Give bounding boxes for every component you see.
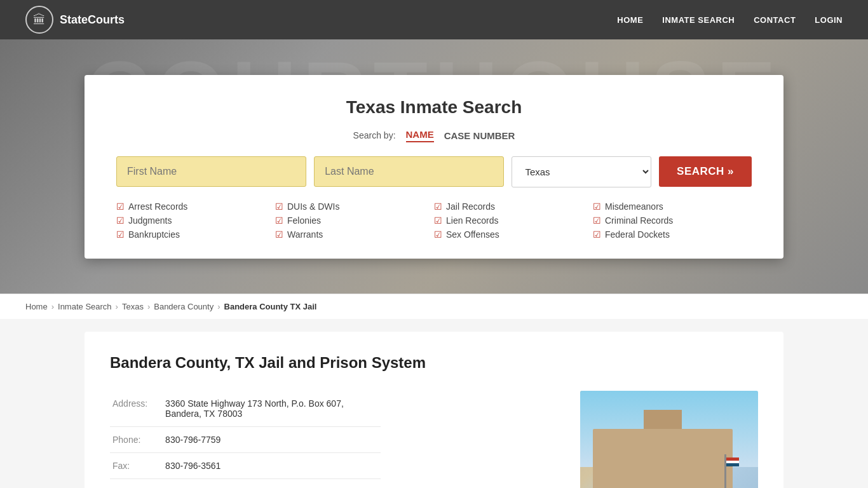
table-row-fax: Fax: 830-796-3561 (110, 453, 381, 479)
logo-icon: 🏛 (25, 6, 53, 34)
feature-label: Lien Records (446, 215, 499, 226)
breadcrumb-separator: › (51, 302, 54, 311)
tab-case[interactable]: CASE NUMBER (444, 130, 515, 141)
feature-item: ☑Sex Offenses (434, 229, 593, 240)
check-icon: ☑ (116, 201, 125, 212)
feature-item: ☑Arrest Records (116, 201, 275, 212)
feature-item: ☑Jail Records (434, 201, 593, 212)
feature-item: ☑Bankruptcies (116, 229, 275, 240)
check-icon: ☑ (434, 201, 442, 212)
feature-item: ☑DUIs & DWIs (275, 201, 434, 212)
feature-item: ☑Judgments (116, 215, 275, 226)
address-label: Address: (110, 391, 163, 427)
table-row-address: Address: 3360 State Highway 173 North, P… (110, 391, 381, 427)
feature-label: Warrants (287, 229, 323, 240)
feature-label: Bankruptcies (128, 229, 180, 240)
feature-item: ☑Felonies (275, 215, 434, 226)
breadcrumb-current: Bandera County TX Jail (224, 302, 317, 311)
feature-label: Felonies (287, 215, 321, 226)
nav-contact[interactable]: CONTACT (754, 15, 796, 25)
building (593, 429, 733, 488)
content-card: Bandera County, TX Jail and Prison Syste… (85, 332, 783, 488)
breadcrumb-separator: › (116, 302, 118, 311)
feature-label: Federal Dockets (605, 229, 670, 240)
feature-item: ☑Criminal Records (593, 215, 752, 226)
check-icon: ☑ (275, 229, 283, 240)
search-title: Texas Inmate Search (116, 97, 752, 118)
main-content: Bandera County, TX Jail and Prison Syste… (0, 319, 868, 488)
breadcrumb-separator: › (217, 302, 220, 311)
check-icon: ☑ (275, 201, 283, 212)
website-value: http://www.banderacounty.org/departments… (163, 479, 381, 489)
first-name-input[interactable] (116, 156, 306, 187)
search-by-row: Search by: NAME CASE NUMBER (116, 129, 752, 142)
feature-item: ☑Federal Dockets (593, 229, 752, 240)
check-icon: ☑ (434, 229, 442, 240)
feature-item: ☑Warrants (275, 229, 434, 240)
check-icon: ☑ (593, 215, 601, 226)
phone-value: 830-796-7759 (163, 427, 381, 453)
state-select[interactable]: Texas (512, 156, 651, 187)
breadcrumb-link[interactable]: Texas (122, 302, 144, 311)
search-inputs: Texas SEARCH » (116, 156, 752, 187)
breadcrumb: Home›Inmate Search›Texas›Bandera County›… (0, 294, 868, 319)
last-name-input[interactable] (314, 156, 504, 187)
flag-pole (724, 454, 726, 488)
search-button[interactable]: SEARCH » (659, 156, 752, 187)
feature-label: DUIs & DWIs (287, 201, 339, 212)
jail-image (580, 391, 758, 488)
breadcrumb-link[interactable]: Home (25, 302, 48, 311)
feature-label: Sex Offenses (446, 229, 499, 240)
breadcrumb-link[interactable]: Bandera County (154, 302, 214, 311)
flag (726, 458, 739, 466)
hero-section: COURTHOUSE Texas Inmate Search Search by… (0, 39, 868, 294)
logo-area: 🏛 StateCourts (25, 6, 125, 34)
fax-value: 830-796-3561 (163, 453, 381, 479)
feature-label: Jail Records (446, 201, 495, 212)
address-value: 3360 State Highway 173 North, P.o. Box 6… (163, 391, 381, 427)
table-row-phone: Phone: 830-796-7759 (110, 427, 381, 453)
check-icon: ☑ (116, 229, 125, 240)
check-icon: ☑ (116, 215, 125, 226)
search-by-label: Search by: (353, 130, 396, 140)
phone-label: Phone: (110, 427, 163, 453)
logo-text: StateCourts (60, 13, 125, 27)
website-label: Website: (110, 479, 163, 489)
feature-item: ☑Misdemeanors (593, 201, 752, 212)
nav-login[interactable]: LOGIN (815, 15, 843, 25)
search-card: Texas Inmate Search Search by: NAME CASE… (85, 75, 783, 259)
site-header: 🏛 StateCourts HOME INMATE SEARCH CONTACT… (0, 0, 868, 39)
features-grid: ☑Arrest Records☑DUIs & DWIs☑Jail Records… (116, 201, 752, 240)
main-nav: HOME INMATE SEARCH CONTACT LOGIN (617, 15, 843, 25)
info-section: Address: 3360 State Highway 173 North, P… (110, 391, 561, 488)
feature-label: Criminal Records (605, 215, 673, 226)
breadcrumb-separator: › (147, 302, 150, 311)
feature-item: ☑Lien Records (434, 215, 593, 226)
feature-label: Misdemeanors (605, 201, 663, 212)
content-inner: Address: 3360 State Highway 173 North, P… (110, 391, 758, 488)
info-table: Address: 3360 State Highway 173 North, P… (110, 391, 381, 488)
check-icon: ☑ (593, 229, 601, 240)
content-title: Bandera County, TX Jail and Prison Syste… (110, 354, 758, 372)
check-icon: ☑ (593, 201, 601, 212)
feature-label: Arrest Records (128, 201, 187, 212)
feature-label: Judgments (128, 215, 172, 226)
fax-label: Fax: (110, 453, 163, 479)
table-row-website: Website: http://www.banderacounty.org/de… (110, 479, 381, 489)
check-icon: ☑ (434, 215, 442, 226)
tab-name[interactable]: NAME (406, 129, 434, 142)
check-icon: ☑ (275, 215, 283, 226)
nav-home[interactable]: HOME (617, 15, 643, 25)
nav-inmate-search[interactable]: INMATE SEARCH (662, 15, 735, 25)
breadcrumb-link[interactable]: Inmate Search (58, 302, 112, 311)
